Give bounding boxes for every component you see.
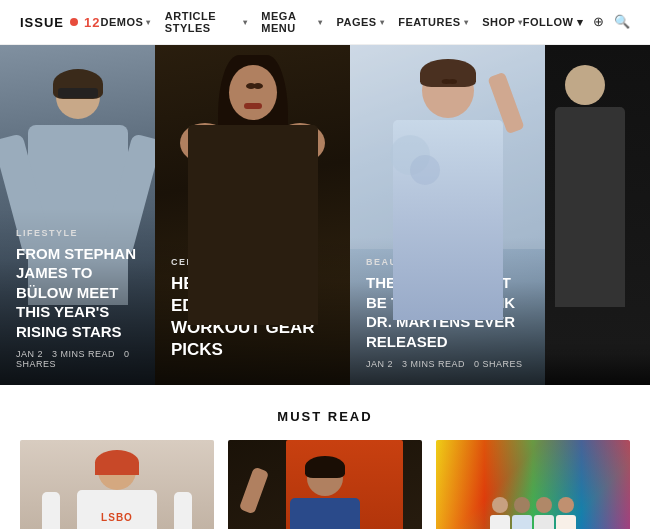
header-actions: FOLLOW ▾ ⊕ 🔍 xyxy=(523,14,630,30)
nav-article-styles[interactable]: ARTICLE STYLES ▾ xyxy=(165,10,248,34)
must-read-card-2[interactable] xyxy=(228,440,422,529)
logo-dot-icon xyxy=(70,18,78,26)
logo-text: ISSUE xyxy=(20,15,64,30)
hero-card-1-overlay: LIFESTYLE FROM STEPHAN JAMES TO BÜLOW ME… xyxy=(0,208,155,386)
hero-meta-1: JAN 2 3 MINS READ 0 SHARES xyxy=(16,349,139,369)
follow-button[interactable]: FOLLOW ▾ xyxy=(523,16,583,29)
hero-category-1: LIFESTYLE xyxy=(16,228,139,238)
site-header: ISSUE 12 DEMOS ▾ ARTICLE STYLES ▾ MEGA M… xyxy=(0,0,650,45)
must-read-grid: LSBO xyxy=(20,440,630,529)
hero-title-1: FROM STEPHAN JAMES TO BÜLOW MEET THIS YE… xyxy=(16,244,139,342)
chevron-down-icon: ▾ xyxy=(380,18,385,27)
nav-mega-menu[interactable]: MEGA MENU ▾ xyxy=(261,10,322,34)
hero-card-4-overlay xyxy=(545,341,650,385)
nav-features[interactable]: FEATURES ▾ xyxy=(398,16,468,28)
location-icon[interactable]: ⊕ xyxy=(593,14,604,30)
chevron-down-icon: ▾ xyxy=(577,16,584,29)
hero-section: LIFESTYLE FROM STEPHAN JAMES TO BÜLOW ME… xyxy=(0,45,650,385)
hero-meta-3: JAN 2 3 MINS READ 0 SHARES xyxy=(366,359,529,369)
hero-card-2[interactable]: CELEBRITY HERE ARE OUR EDITORS' TOP WORK… xyxy=(155,45,350,385)
chevron-down-icon: ▾ xyxy=(243,18,248,27)
chevron-down-icon: ▾ xyxy=(318,18,323,27)
chevron-down-icon: ▾ xyxy=(146,18,151,27)
site-logo[interactable]: ISSUE 12 xyxy=(20,15,100,30)
nav-pages[interactable]: PAGES ▾ xyxy=(336,16,384,28)
must-read-title: MUST READ xyxy=(20,409,630,424)
nav-demos[interactable]: DEMOS ▾ xyxy=(100,16,150,28)
logo-number: 12 xyxy=(84,15,100,30)
chevron-down-icon: ▾ xyxy=(464,18,469,27)
hero-card-3[interactable]: BEAUTY THESE MIGHT JUST BE THE MOST PUNK… xyxy=(350,45,545,385)
hero-card-1[interactable]: LIFESTYLE FROM STEPHAN JAMES TO BÜLOW ME… xyxy=(0,45,155,385)
must-read-section: MUST READ LSBO xyxy=(0,385,650,529)
main-nav: DEMOS ▾ ARTICLE STYLES ▾ MEGA MENU ▾ PAG… xyxy=(100,10,522,34)
hero-card-4[interactable] xyxy=(545,45,650,385)
must-read-card-3[interactable] xyxy=(436,440,630,529)
must-read-card-1[interactable]: LSBO xyxy=(20,440,214,529)
nav-shop[interactable]: SHOP ▾ xyxy=(482,16,523,28)
search-icon[interactable]: 🔍 xyxy=(614,14,630,30)
